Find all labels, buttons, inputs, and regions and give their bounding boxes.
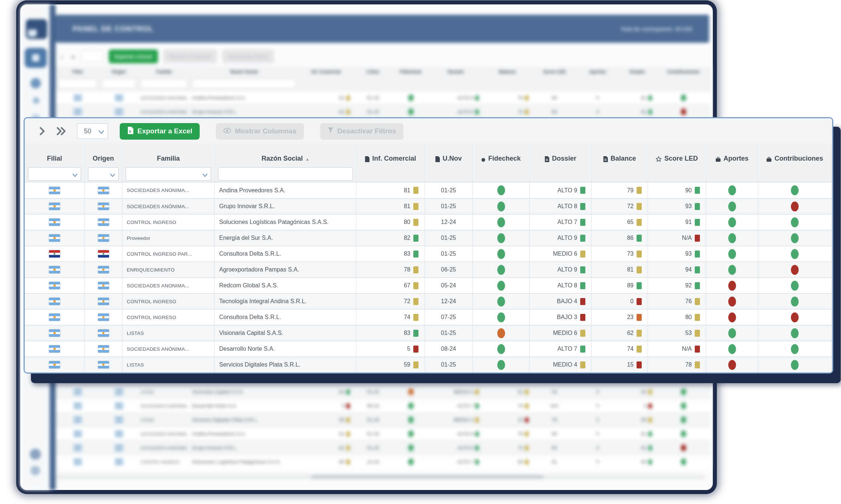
table-row[interactable]: CONTROL INGRESOConsultora Delta S.R.L.74…: [25, 309, 832, 325]
cell-inf_comercial: 67: [357, 278, 425, 293]
argentina-flag-icon: [49, 361, 60, 368]
table-row[interactable]: ENRIQUECIMIENTOAgroexportadora Pampas S.…: [25, 262, 832, 277]
export-excel-button[interactable]: x Exportar a Excel: [120, 123, 200, 140]
family-text: CONTROL INGRESO: [127, 299, 176, 304]
column-header-inf_comercial[interactable]: Inf. Comercial: [357, 144, 425, 165]
column-header-dossier[interactable]: Dossier: [530, 144, 592, 165]
status-square-yellow: [648, 417, 652, 423]
status-square-green: [580, 266, 585, 273]
status-dot-green: [728, 328, 736, 338]
column-header-origen[interactable]: Origen: [85, 144, 122, 165]
company-name: Desarrollo Norte S.A.: [219, 346, 275, 352]
cell-score_led: 90: [648, 182, 706, 198]
table-row[interactable]: SOCIEDADES ANONIMA...Andina Proveedores …: [25, 182, 832, 198]
cell-score_led: 93: [648, 199, 706, 214]
status-square-yellow: [475, 417, 479, 423]
column-header-fidecheck[interactable]: Fidecheck: [473, 144, 530, 165]
column-header-filial[interactable]: Filial: [25, 144, 85, 165]
doc-icon: [603, 156, 608, 162]
case-icon: [715, 157, 721, 162]
status-square-yellow: [346, 459, 350, 465]
status-square-green: [637, 235, 642, 242]
background-total-counter: Total de contrapartes: 69 036: [621, 26, 692, 32]
score-value: 92: [685, 282, 692, 289]
disable-filters-button[interactable]: Desactivar Filtros: [320, 123, 403, 140]
argentina-flag-icon: [49, 266, 60, 273]
table-row[interactable]: CONTROL INGRESOSoluciones Logísticas Pat…: [25, 214, 832, 230]
column-header-balance[interactable]: Balance: [592, 144, 648, 165]
column-header-u_nov[interactable]: U.Nov: [425, 144, 473, 165]
status-dot-red: [791, 202, 799, 211]
table-row[interactable]: CONTROL INGRESO PAR...Consultora Delta S…: [25, 246, 832, 262]
column-header-razon_social[interactable]: Razón Social▲: [215, 144, 357, 165]
status-dot-green: [728, 249, 736, 259]
table-row[interactable]: LISTASServicios Digitales Plata S.R.L.59…: [25, 357, 832, 372]
table-row[interactable]: ProveedorEnergía del Sur S.A.8201-25ALTO…: [25, 230, 832, 246]
status-dot-red: [791, 265, 799, 275]
cell-inf_comercial: 59: [357, 357, 425, 372]
date-value: 12-24: [441, 298, 456, 305]
table-body: SOCIEDADES ANONIMA...Andina Proveedores …: [25, 182, 832, 372]
background-cell: [392, 427, 429, 441]
cell-fidecheck: [473, 294, 530, 309]
page-size-select[interactable]: 50: [77, 123, 108, 139]
cell-dossier: BAJO 3: [530, 309, 592, 325]
column-header-score_led[interactable]: Score LED: [648, 144, 706, 165]
cell-aportes: [706, 262, 758, 277]
v: 62: [518, 389, 523, 395]
cell-dossier: ALTO 9: [530, 182, 592, 198]
argentina-flag-icon: [115, 431, 123, 437]
status-dot-green: [681, 430, 686, 437]
chevron-left-double-icon: «: [71, 53, 76, 60]
status-square-yellow: [475, 389, 479, 395]
v: 80: [552, 375, 557, 381]
family-text: SOCIEDADES ANONIMA...: [140, 96, 190, 100]
show-columns-button[interactable]: Mostrar Columnas: [216, 123, 304, 140]
filter-cell-inf_comercial: [357, 165, 425, 182]
cell-filial: [25, 246, 85, 262]
next-page-button[interactable]: [36, 125, 48, 137]
table-row[interactable]: SOCIEDADES ANÓNIMA...Desarrollo Norte S.…: [25, 341, 832, 357]
background-page-title: PANEL DE CONTROL: [73, 25, 154, 33]
cell-score_led: N/A: [648, 341, 706, 357]
cell-razon_social: Consultora Delta S.R.L.: [215, 309, 357, 325]
filter-select-origen[interactable]: [88, 167, 119, 181]
score-value: 81: [404, 203, 410, 210]
family-text: Proveedor: [127, 235, 150, 241]
cell-contribuciones: [758, 214, 832, 230]
score-value: ALTO 7: [557, 219, 577, 225]
table-row[interactable]: SOCIEDADES ANONIMA...Redcom Global S.A.S…: [25, 277, 832, 293]
status-square-yellow: [413, 187, 418, 194]
filter-input-razon_social[interactable]: [218, 167, 353, 181]
status-dot-green: [497, 185, 505, 195]
background-column-familia: Familia: [138, 66, 190, 77]
sidebar-item-active-icon: [25, 48, 47, 68]
score-value: 59: [404, 361, 410, 368]
status-square-yellow: [580, 361, 585, 368]
cell-origen: [85, 182, 122, 198]
cell-score_led: 92: [648, 278, 706, 293]
status-square-green: [648, 445, 652, 451]
column-header-aportes[interactable]: Aportes: [706, 144, 758, 165]
column-header-contribuciones[interactable]: Contribuciones: [758, 144, 832, 165]
status-square-green: [695, 266, 700, 273]
cell-familia: LISTAS: [122, 357, 215, 372]
table-row[interactable]: LISTASVisionaria Capital S.A.S.8301-25ME…: [25, 325, 832, 341]
cell-u_nov: 01-25: [425, 325, 473, 341]
background-cell: Servicios Digitales Plata S.R.L.: [190, 413, 298, 427]
cell-origen: [85, 341, 122, 357]
last-page-button[interactable]: [55, 125, 67, 137]
background-cell: 81: [619, 427, 656, 441]
filter-select-familia[interactable]: [126, 167, 211, 181]
table-row[interactable]: SOCIEDADES ANÓNIMA...Grupo Innovar S.R.L…: [25, 198, 832, 214]
background-disable-filters-button: Desactivar Filtros: [222, 49, 274, 63]
table-row[interactable]: CONTROL INGRESOTecnología Integral Andin…: [25, 293, 832, 309]
filter-select-filial[interactable]: [28, 167, 81, 181]
v: 0: [596, 431, 599, 437]
argentina-flag-icon: [98, 361, 109, 368]
score-value: 78: [685, 361, 692, 368]
status-dot-green: [791, 360, 799, 370]
v: 74: [339, 375, 344, 381]
column-header-familia[interactable]: Familia: [122, 144, 215, 165]
family-text: ENRIQUECIMIENTO: [127, 267, 175, 273]
